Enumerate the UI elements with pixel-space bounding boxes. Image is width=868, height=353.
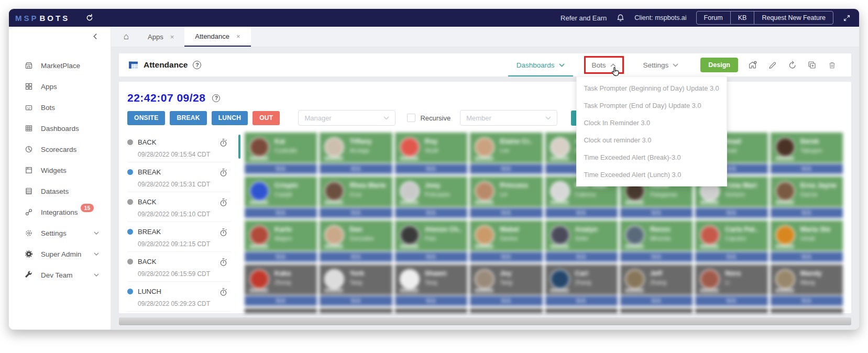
- employee-card[interactable]: Derek Tabugon: [771, 133, 843, 163]
- checkbox-box[interactable]: [407, 114, 415, 122]
- forum-button[interactable]: Forum: [697, 12, 730, 24]
- sidebar-item-apps[interactable]: Apps: [9, 76, 111, 97]
- employee-card[interactable]: Karlo Magno: [245, 220, 317, 251]
- lunch-button[interactable]: LUNCH: [212, 111, 248, 125]
- sidebar-item-super-admin[interactable]: Super Admin: [9, 244, 111, 264]
- sidebar-item-datasets[interactable]: Datasets: [9, 181, 111, 202]
- out-button[interactable]: OUT: [252, 111, 280, 125]
- menu-dashboards[interactable]: Dashboards: [503, 53, 578, 76]
- employee-card[interactable]: Analyn Sobe: [545, 220, 618, 251]
- employee-card[interactable]: Rhea Marie Cruz: [320, 177, 392, 207]
- home-tab-icon[interactable]: [115, 27, 137, 47]
- status-na-bar: N/A: [470, 252, 542, 262]
- employee-card[interactable]: Kaka Zhong: [245, 264, 317, 295]
- bots-menu-item[interactable]: Clock out reminder 3.0: [577, 131, 727, 149]
- sidebar-item-widgets[interactable]: Widgets: [9, 160, 111, 181]
- activity-item[interactable]: BREAK 09/28/2022 09:15:31 CDT: [127, 162, 231, 192]
- recursive-checkbox[interactable]: Recursive: [407, 114, 451, 122]
- employee-card[interactable]: Erna Jayne Garcia: [771, 177, 843, 207]
- design-button[interactable]: Design: [700, 58, 738, 72]
- member-select[interactable]: Member: [460, 110, 557, 126]
- delete-trash-icon[interactable]: [822, 61, 842, 70]
- employee-card[interactable]: Kai Custodio: [245, 133, 317, 163]
- duplicate-icon[interactable]: [802, 60, 822, 70]
- sync-icon[interactable]: [85, 14, 94, 22]
- stopwatch-icon[interactable]: [219, 288, 228, 296]
- refresh-icon[interactable]: [782, 61, 802, 70]
- employee-card[interactable]: Jeff Zhang: [620, 264, 693, 295]
- bots-menu-item[interactable]: Time Exceeded Alert (Lunch) 3.0: [577, 166, 727, 183]
- grid-scroll-indicator[interactable]: [238, 135, 240, 159]
- employee-card[interactable]: Roy Studt: [395, 133, 467, 163]
- activity-item[interactable]: BACK 09/28/2022 09:15:54 CDT: [127, 133, 231, 162]
- employee-card[interactable]: Dan Gonzales: [320, 220, 392, 251]
- employee-card[interactable]: Tiffany Arciaga: [320, 133, 392, 163]
- employee-cell: Analyn Sobe N/A: [545, 220, 618, 262]
- employee-card[interactable]: Renzo Miranda: [620, 220, 693, 251]
- employee-first-name: Maria Ste: [800, 225, 831, 233]
- mspbots-logo[interactable]: MSP BOTS: [15, 14, 70, 23]
- sidebar-item-dashboards[interactable]: Dashboards: [9, 118, 111, 139]
- sidebar-collapse-button[interactable]: [92, 33, 98, 40]
- employee-cell: Erna Jayne Garcia N/A: [771, 177, 843, 218]
- employee-card[interactable]: Maria Ste Umali: [771, 220, 843, 251]
- bots-menu-item[interactable]: Time Exceeded Alert (Break)-3.0: [577, 149, 727, 166]
- sidebar-item-settings[interactable]: Settings: [9, 223, 111, 244]
- bots-menu-item[interactable]: Task Prompter (Beginning of Day) Update …: [577, 80, 727, 97]
- sidebar-item-dev-team[interactable]: Dev Team: [9, 264, 111, 285]
- close-icon[interactable]: ×: [170, 33, 174, 41]
- employee-card[interactable]: Crispin Casipit: [245, 177, 317, 207]
- menu-settings[interactable]: Settings: [630, 53, 693, 76]
- bots-menu-item[interactable]: Task Prompter (End of Day) Update 3.0: [577, 97, 727, 114]
- manager-select[interactable]: Manager: [298, 110, 395, 126]
- employee-card[interactable]: Elaine Cr.. Lee: [470, 133, 542, 163]
- employee-card[interactable]: Joey Policarpio: [395, 177, 467, 207]
- employee-card[interactable]: Nora Li: [695, 264, 767, 295]
- employee-card[interactable]: Carla Pat.. Capulso: [695, 220, 767, 251]
- onsite-button[interactable]: ONSITE: [127, 111, 165, 125]
- chevron-down-icon: [545, 116, 551, 120]
- employee-last-name: Li: [725, 279, 730, 285]
- share-icon[interactable]: [742, 60, 762, 70]
- employee-card[interactable]: Shawn Tang: [395, 264, 467, 295]
- bell-icon[interactable]: [616, 14, 625, 23]
- edit-pencil-icon[interactable]: [762, 61, 782, 70]
- help-icon[interactable]: [193, 61, 201, 69]
- stopwatch-icon[interactable]: [219, 228, 228, 237]
- sidebar-item-bots[interactable]: Bots: [9, 97, 111, 118]
- sidebar-item-label: Apps: [41, 83, 57, 91]
- stopwatch-icon[interactable]: [219, 258, 228, 267]
- stopwatch-icon[interactable]: [219, 138, 228, 147]
- employee-last-name: Wang: [800, 279, 815, 285]
- request-new-feature-button[interactable]: Request New Feature: [754, 12, 833, 24]
- activity-item[interactable]: BREAK 09/28/2022 09:12:15 CDT: [127, 222, 231, 252]
- employee-card-partial: [545, 308, 618, 313]
- employee-card[interactable]: Alonzo Ch.. Palo: [395, 220, 467, 251]
- kb-button[interactable]: KB: [730, 12, 754, 24]
- stopwatch-icon[interactable]: [219, 168, 228, 177]
- horizontal-scrollbar[interactable]: [119, 317, 851, 325]
- sidebar-item-integrations[interactable]: Integrations 15: [9, 202, 111, 223]
- sidebar-item-scorecards[interactable]: Scorecards: [9, 139, 111, 160]
- employee-card[interactable]: Mandy Wang: [771, 264, 843, 295]
- bots-menu-item[interactable]: Clock In Reminder 3.0: [577, 114, 727, 131]
- employee-card[interactable]: Princess Lei: [470, 177, 542, 207]
- stopwatch-icon[interactable]: [219, 198, 228, 207]
- employee-first-name: Derek: [800, 137, 819, 145]
- refer-and-earn-link[interactable]: Refer and Earn: [561, 14, 607, 22]
- employee-card[interactable]: York Tang: [320, 264, 392, 295]
- employee-card[interactable]: Mabel Santos: [470, 220, 542, 251]
- tab-apps[interactable]: Apps ×: [137, 27, 184, 47]
- menu-bots[interactable]: Bots Task Prompter (Beginning of Day) Up…: [578, 53, 630, 76]
- sidebar-item-marketplace[interactable]: MarketPlace: [9, 55, 111, 76]
- activity-item[interactable]: LUNCH 09/28/2022 05:29:23 CDT: [127, 282, 231, 312]
- employee-card[interactable]: Carl Zhang: [545, 264, 618, 295]
- clock-help-icon[interactable]: [212, 94, 220, 102]
- break-button[interactable]: BREAK: [170, 111, 206, 125]
- employee-card[interactable]: Joy Tang: [470, 264, 542, 295]
- close-icon[interactable]: ×: [236, 32, 240, 40]
- tab-attendance[interactable]: Attendance ×: [184, 27, 250, 47]
- fullscreen-icon[interactable]: [843, 14, 851, 22]
- activity-item[interactable]: BACK 09/28/2022 09:15:10 CDT: [127, 192, 231, 222]
- activity-item[interactable]: BACK 09/28/2022 06:15:59 CDT: [127, 252, 231, 282]
